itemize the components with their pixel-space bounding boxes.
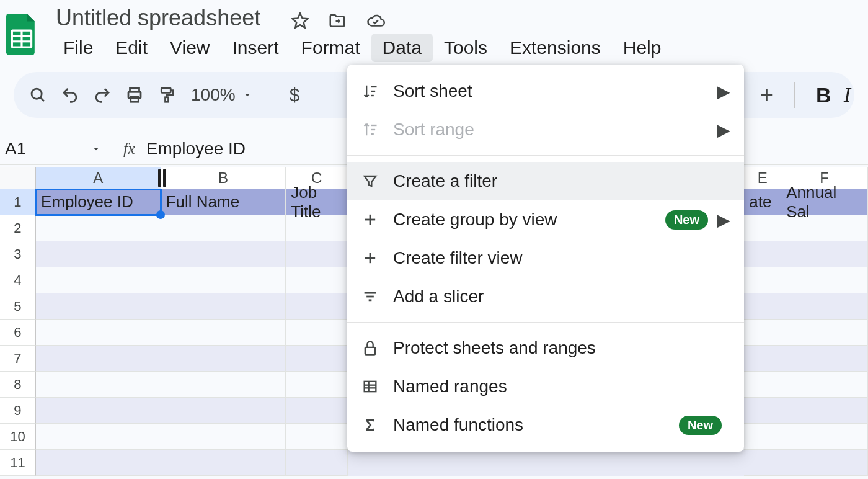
paint-format-button[interactable] bbox=[153, 81, 181, 109]
row-header-11[interactable]: 11 bbox=[0, 450, 36, 476]
cell[interactable] bbox=[161, 346, 286, 372]
menu-extensions[interactable]: Extensions bbox=[498, 34, 612, 62]
menu-named-functions[interactable]: Named functions New bbox=[347, 406, 744, 444]
menu-insert[interactable]: Insert bbox=[221, 34, 290, 62]
row-header-1[interactable]: 1 bbox=[0, 189, 36, 215]
cell[interactable] bbox=[781, 424, 868, 450]
cell[interactable] bbox=[781, 346, 868, 372]
cell[interactable] bbox=[781, 293, 868, 320]
cell[interactable] bbox=[36, 241, 161, 267]
cell[interactable] bbox=[161, 320, 286, 346]
cell[interactable] bbox=[36, 450, 161, 476]
row-header-10[interactable]: 10 bbox=[0, 424, 36, 450]
cell[interactable] bbox=[744, 241, 781, 267]
cell[interactable] bbox=[781, 372, 868, 398]
cell[interactable] bbox=[744, 372, 781, 398]
menu-data[interactable]: Data bbox=[371, 34, 433, 62]
cell[interactable] bbox=[744, 293, 781, 320]
cell[interactable] bbox=[781, 267, 868, 293]
menu-view[interactable]: View bbox=[159, 34, 221, 62]
cell[interactable] bbox=[286, 293, 348, 320]
cell[interactable] bbox=[781, 320, 868, 346]
cell-F1[interactable]: Annual Sal bbox=[781, 189, 868, 215]
cell[interactable] bbox=[161, 424, 286, 450]
cell[interactable] bbox=[36, 320, 161, 346]
cell[interactable] bbox=[161, 293, 286, 320]
sheets-app-icon[interactable] bbox=[6, 14, 37, 56]
cell-E1[interactable]: ate bbox=[744, 189, 781, 215]
menu-format[interactable]: Format bbox=[290, 34, 371, 62]
redo-button[interactable] bbox=[88, 81, 117, 109]
menu-protect-sheets[interactable]: Protect sheets and ranges bbox=[347, 329, 744, 367]
row-header-6[interactable]: 6 bbox=[0, 320, 36, 346]
italic-button[interactable]: I bbox=[844, 83, 851, 107]
row-header-8[interactable]: 8 bbox=[0, 372, 36, 398]
cell[interactable] bbox=[36, 398, 161, 424]
star-icon[interactable] bbox=[290, 11, 310, 31]
row-header-9[interactable]: 9 bbox=[0, 398, 36, 424]
cell[interactable] bbox=[286, 450, 348, 476]
cell[interactable] bbox=[781, 398, 868, 424]
column-header-C[interactable]: C bbox=[286, 167, 348, 189]
cell-C1[interactable]: Job Title bbox=[286, 189, 348, 215]
menu-sort-sheet[interactable]: Sort sheet ▶ bbox=[347, 72, 744, 110]
cell[interactable] bbox=[161, 450, 286, 476]
cell[interactable] bbox=[286, 320, 348, 346]
cell[interactable] bbox=[744, 398, 781, 424]
cell[interactable] bbox=[36, 267, 161, 293]
format-currency-button[interactable]: $ bbox=[285, 84, 305, 105]
cell[interactable] bbox=[286, 241, 348, 267]
cell[interactable] bbox=[744, 450, 781, 476]
cell[interactable] bbox=[744, 346, 781, 372]
menu-named-ranges[interactable]: Named ranges bbox=[347, 367, 744, 406]
menu-help[interactable]: Help bbox=[612, 34, 673, 62]
row-header-4[interactable]: 4 bbox=[0, 267, 36, 293]
menu-add-slicer[interactable]: Add a slicer bbox=[347, 277, 744, 316]
cell[interactable] bbox=[744, 320, 781, 346]
undo-button[interactable] bbox=[56, 81, 84, 109]
insert-button[interactable]: + bbox=[760, 82, 773, 108]
cloud-status-icon[interactable] bbox=[366, 11, 386, 31]
row-header-7[interactable]: 7 bbox=[0, 346, 36, 372]
row-header-3[interactable]: 3 bbox=[0, 241, 36, 267]
zoom-select[interactable]: 100% bbox=[185, 85, 259, 105]
cell[interactable] bbox=[286, 424, 348, 450]
name-box[interactable]: A1 bbox=[0, 139, 112, 159]
cell[interactable] bbox=[781, 450, 868, 476]
cell[interactable] bbox=[161, 267, 286, 293]
bold-button[interactable]: B bbox=[816, 83, 831, 107]
menu-edit[interactable]: Edit bbox=[104, 34, 159, 62]
cell[interactable] bbox=[161, 372, 286, 398]
search-button[interactable] bbox=[24, 81, 52, 109]
cell[interactable] bbox=[36, 424, 161, 450]
chevron-down-icon[interactable] bbox=[91, 139, 102, 159]
cell[interactable] bbox=[286, 267, 348, 293]
column-header-A[interactable]: A bbox=[36, 167, 161, 189]
menu-tools[interactable]: Tools bbox=[433, 34, 498, 62]
move-to-folder-icon[interactable] bbox=[327, 11, 347, 31]
row-header-5[interactable]: 5 bbox=[0, 293, 36, 320]
cell[interactable] bbox=[36, 372, 161, 398]
cell[interactable] bbox=[286, 346, 348, 372]
cell[interactable] bbox=[286, 398, 348, 424]
cell[interactable] bbox=[36, 346, 161, 372]
cell[interactable] bbox=[781, 241, 868, 267]
cell-A1[interactable]: Employee ID bbox=[36, 189, 161, 215]
cell[interactable] bbox=[744, 424, 781, 450]
print-button[interactable] bbox=[120, 81, 149, 109]
cell[interactable] bbox=[161, 215, 286, 241]
cell[interactable] bbox=[161, 398, 286, 424]
formula-input[interactable]: Employee ID bbox=[146, 139, 246, 159]
select-all-corner[interactable] bbox=[0, 167, 36, 189]
menu-create-filter[interactable]: Create a filter bbox=[347, 162, 744, 200]
cell[interactable] bbox=[161, 241, 286, 267]
cell[interactable] bbox=[36, 215, 161, 241]
cell-B1[interactable]: Full Name bbox=[161, 189, 286, 215]
cell[interactable] bbox=[286, 215, 348, 241]
column-header-B[interactable]: B bbox=[161, 167, 286, 189]
cell[interactable] bbox=[36, 293, 161, 320]
column-resize-handle[interactable] bbox=[158, 169, 166, 187]
column-header-E[interactable]: E bbox=[744, 167, 781, 189]
document-title[interactable]: Untitled spreadsheet bbox=[56, 5, 260, 31]
menu-create-filter-view[interactable]: Create filter view bbox=[347, 239, 744, 277]
